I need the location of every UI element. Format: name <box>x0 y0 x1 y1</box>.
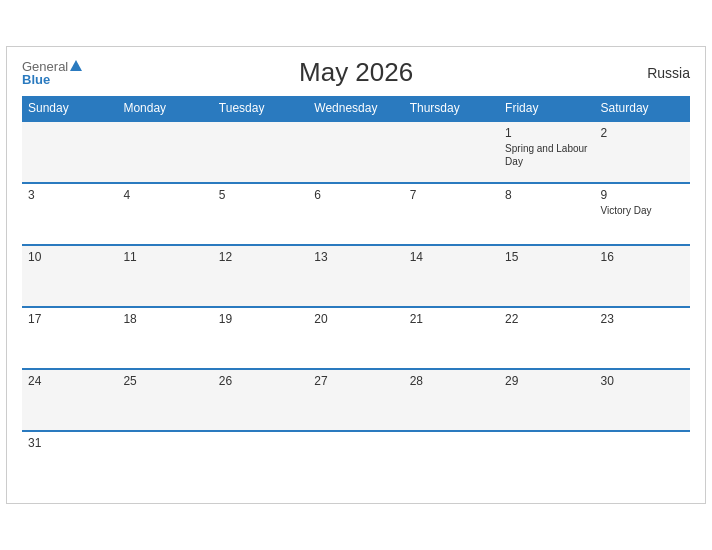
day-number: 19 <box>219 312 302 326</box>
day-number: 4 <box>123 188 206 202</box>
calendar-day-cell: 24 <box>22 369 117 431</box>
day-number: 31 <box>28 436 111 450</box>
logo: General Blue <box>22 60 82 86</box>
calendar-day-cell: 11 <box>117 245 212 307</box>
calendar-day-cell <box>117 121 212 183</box>
calendar-day-cell: 6 <box>308 183 403 245</box>
calendar-day-cell <box>213 121 308 183</box>
calendar-day-cell: 16 <box>595 245 690 307</box>
calendar-body: 1Spring and Labour Day23456789Victory Da… <box>22 121 690 493</box>
calendar-day-cell: 25 <box>117 369 212 431</box>
day-number: 28 <box>410 374 493 388</box>
day-number: 24 <box>28 374 111 388</box>
calendar-day-cell: 18 <box>117 307 212 369</box>
calendar-day-cell: 30 <box>595 369 690 431</box>
calendar-thead: SundayMondayTuesdayWednesdayThursdayFrid… <box>22 96 690 121</box>
calendar-day-cell: 13 <box>308 245 403 307</box>
calendar-day-cell: 12 <box>213 245 308 307</box>
calendar-day-cell: 31 <box>22 431 117 493</box>
weekday-header-saturday: Saturday <box>595 96 690 121</box>
calendar-day-cell: 19 <box>213 307 308 369</box>
calendar-day-cell <box>308 121 403 183</box>
calendar-day-cell: 29 <box>499 369 594 431</box>
calendar-day-cell <box>595 431 690 493</box>
day-number: 15 <box>505 250 588 264</box>
calendar-day-cell <box>499 431 594 493</box>
calendar-day-cell <box>404 121 499 183</box>
calendar-day-cell: 23 <box>595 307 690 369</box>
day-number: 26 <box>219 374 302 388</box>
calendar-week-3: 10111213141516 <box>22 245 690 307</box>
calendar-day-cell <box>213 431 308 493</box>
day-number: 22 <box>505 312 588 326</box>
weekday-header-friday: Friday <box>499 96 594 121</box>
calendar-day-cell: 7 <box>404 183 499 245</box>
calendar-day-cell: 20 <box>308 307 403 369</box>
calendar-country: Russia <box>630 65 690 81</box>
calendar-day-cell: 1Spring and Labour Day <box>499 121 594 183</box>
day-number: 16 <box>601 250 684 264</box>
day-number: 29 <box>505 374 588 388</box>
calendar-day-cell: 17 <box>22 307 117 369</box>
calendar-day-cell <box>117 431 212 493</box>
calendar-day-cell: 15 <box>499 245 594 307</box>
calendar-week-6: 31 <box>22 431 690 493</box>
calendar-day-cell: 22 <box>499 307 594 369</box>
calendar-day-cell: 27 <box>308 369 403 431</box>
calendar-day-cell <box>404 431 499 493</box>
calendar-day-cell: 2 <box>595 121 690 183</box>
weekday-header-thursday: Thursday <box>404 96 499 121</box>
day-number: 17 <box>28 312 111 326</box>
weekday-header-sunday: Sunday <box>22 96 117 121</box>
day-number: 11 <box>123 250 206 264</box>
day-number: 2 <box>601 126 684 140</box>
weekday-header-monday: Monday <box>117 96 212 121</box>
calendar-day-cell: 4 <box>117 183 212 245</box>
day-number: 25 <box>123 374 206 388</box>
day-number: 9 <box>601 188 684 202</box>
calendar-day-cell: 8 <box>499 183 594 245</box>
day-number: 21 <box>410 312 493 326</box>
calendar-title: May 2026 <box>82 57 630 88</box>
calendar-week-2: 3456789Victory Day <box>22 183 690 245</box>
day-event: Victory Day <box>601 204 684 217</box>
day-number: 8 <box>505 188 588 202</box>
calendar-day-cell <box>308 431 403 493</box>
weekday-header-row: SundayMondayTuesdayWednesdayThursdayFrid… <box>22 96 690 121</box>
day-number: 23 <box>601 312 684 326</box>
day-number: 6 <box>314 188 397 202</box>
calendar-day-cell: 10 <box>22 245 117 307</box>
logo-general: General <box>22 60 68 73</box>
calendar-day-cell: 21 <box>404 307 499 369</box>
day-number: 10 <box>28 250 111 264</box>
day-number: 18 <box>123 312 206 326</box>
calendar-week-1: 1Spring and Labour Day2 <box>22 121 690 183</box>
logo-blue: Blue <box>22 73 50 86</box>
day-number: 7 <box>410 188 493 202</box>
day-number: 3 <box>28 188 111 202</box>
day-number: 27 <box>314 374 397 388</box>
calendar-header: General Blue May 2026 Russia <box>22 57 690 88</box>
day-number: 13 <box>314 250 397 264</box>
calendar-day-cell: 28 <box>404 369 499 431</box>
day-event: Spring and Labour Day <box>505 142 588 168</box>
weekday-header-tuesday: Tuesday <box>213 96 308 121</box>
calendar-day-cell: 9Victory Day <box>595 183 690 245</box>
day-number: 5 <box>219 188 302 202</box>
calendar-week-5: 24252627282930 <box>22 369 690 431</box>
calendar-container: General Blue May 2026 Russia SundayMonda… <box>6 46 706 504</box>
weekday-header-wednesday: Wednesday <box>308 96 403 121</box>
calendar-day-cell: 3 <box>22 183 117 245</box>
calendar-day-cell: 5 <box>213 183 308 245</box>
day-number: 14 <box>410 250 493 264</box>
day-number: 1 <box>505 126 588 140</box>
calendar-day-cell: 14 <box>404 245 499 307</box>
calendar-day-cell: 26 <box>213 369 308 431</box>
calendar-week-4: 17181920212223 <box>22 307 690 369</box>
calendar-table: SundayMondayTuesdayWednesdayThursdayFrid… <box>22 96 690 493</box>
day-number: 12 <box>219 250 302 264</box>
day-number: 20 <box>314 312 397 326</box>
calendar-day-cell <box>22 121 117 183</box>
day-number: 30 <box>601 374 684 388</box>
logo-triangle-icon <box>70 60 82 71</box>
